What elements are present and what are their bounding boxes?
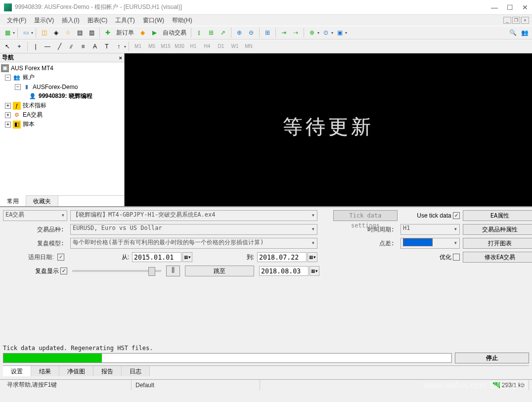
status-profile[interactable]: Default: [132, 380, 260, 390]
tester-tab-settings[interactable]: 设置: [3, 366, 31, 376]
tf-m30[interactable]: M30: [173, 42, 186, 51]
community-icon[interactable]: 👥: [519, 27, 530, 38]
nav-tab-favorites[interactable]: 收藏夹: [26, 196, 58, 206]
tree-user[interactable]: 👤99940839: 晓辉编程: [1, 91, 123, 101]
close-button[interactable]: ✕: [522, 3, 528, 11]
candle-chart-icon[interactable]: ⊞: [206, 27, 217, 38]
tile-icon[interactable]: ⊞: [262, 27, 273, 38]
ea-properties-button[interactable]: EA属性: [463, 210, 532, 221]
tester-type-select[interactable]: EA交易: [3, 210, 67, 221]
jump-date-picker-icon[interactable]: ▦▾: [310, 266, 319, 276]
text-label-icon[interactable]: A: [89, 41, 100, 52]
tree-indicators[interactable]: +ƒ技术指标: [1, 101, 123, 110]
chart-area[interactable]: 等待更新: [125, 53, 532, 206]
indicators-icon[interactable]: ⊕: [307, 27, 317, 38]
terminal-icon[interactable]: ▤: [74, 27, 85, 38]
navigator-icon[interactable]: ☆: [62, 27, 73, 38]
speed-slider[interactable]: [72, 270, 161, 272]
from-date-input[interactable]: [132, 252, 181, 262]
periods-icon[interactable]: ⊙: [320, 27, 331, 38]
strategy-tester-panel: EA交易 【晓辉编程】MT4-GBPJPY-H1-突破交易系统EA.ex4 Ti…: [0, 206, 532, 379]
menu-window[interactable]: 窗口(W): [139, 16, 168, 25]
tester-tab-report[interactable]: 报告: [93, 366, 122, 376]
line-chart-icon[interactable]: ⇗: [218, 27, 228, 38]
menu-file[interactable]: 文件(F): [3, 16, 30, 25]
tree-server[interactable]: −▮AUSForex-Demo: [1, 82, 123, 91]
metaeditor-icon[interactable]: ◆: [137, 27, 148, 38]
tick-data-settings-button[interactable]: Tick data settings: [333, 210, 398, 221]
navigator-close-icon[interactable]: ×: [119, 55, 122, 61]
equidistant-icon[interactable]: ⫽: [66, 41, 77, 52]
minimize-button[interactable]: —: [491, 3, 498, 11]
hline-icon[interactable]: —: [42, 41, 53, 52]
new-chart-icon[interactable]: ▦: [2, 27, 13, 38]
tf-m15[interactable]: M15: [159, 42, 172, 51]
zoom-in-icon[interactable]: ⊕: [234, 27, 245, 38]
vline-icon[interactable]: |: [30, 41, 41, 52]
optimize-checkbox[interactable]: [453, 254, 460, 261]
to-date-picker-icon[interactable]: ▦▾: [308, 252, 317, 262]
trendline-icon[interactable]: ╱: [54, 41, 65, 52]
market-watch-icon[interactable]: ◫: [39, 27, 49, 38]
tester-tab-results[interactable]: 结果: [31, 366, 59, 376]
menu-tools[interactable]: 工具(T): [111, 16, 138, 25]
shift-end-icon[interactable]: ⇥: [278, 27, 289, 38]
tester-tab-graph[interactable]: 净值图: [59, 366, 93, 376]
visual-mode-checkbox[interactable]: ✓: [60, 268, 67, 274]
tree-accounts[interactable]: −👥账户: [1, 73, 123, 82]
tf-m1[interactable]: M1: [132, 42, 144, 51]
open-chart-button[interactable]: 打开图表: [463, 238, 532, 249]
modify-ea-button[interactable]: 修改EA交易: [463, 252, 532, 263]
zoom-out-icon[interactable]: ⊖: [246, 27, 257, 38]
menu-insert[interactable]: 插入(I): [58, 16, 83, 25]
tf-h1[interactable]: H1: [187, 42, 200, 51]
spread-select[interactable]: [400, 238, 460, 249]
cursor-icon[interactable]: ↖: [2, 41, 13, 52]
tester-tab-journal[interactable]: 日志: [122, 366, 150, 376]
pause-button[interactable]: ||: [166, 266, 180, 276]
auto-trading-button[interactable]: 自动交易: [161, 29, 188, 37]
mdi-restore-button[interactable]: ❐: [512, 17, 520, 24]
bar-chart-icon[interactable]: ⫿: [194, 27, 205, 38]
tf-h4[interactable]: H4: [201, 42, 214, 51]
stop-button[interactable]: 停止: [455, 353, 529, 363]
data-window-icon[interactable]: ◈: [50, 27, 61, 38]
tester-icon[interactable]: ▥: [86, 27, 97, 38]
use-date-checkbox[interactable]: ✓: [57, 254, 64, 261]
to-date-input[interactable]: [257, 252, 307, 262]
symbol-select[interactable]: EURUSD, Euro vs US Dollar: [70, 224, 317, 235]
jump-date-input[interactable]: [259, 266, 309, 276]
new-order-button[interactable]: 新订单: [114, 29, 136, 37]
fibonacci-icon[interactable]: ≡: [78, 41, 89, 52]
maximize-button[interactable]: ☐: [507, 3, 513, 11]
arrows-icon[interactable]: ↑: [113, 41, 124, 52]
nav-tab-common[interactable]: 常用: [0, 195, 26, 206]
new-order-icon[interactable]: ✚: [102, 27, 113, 38]
tf-mn[interactable]: MN: [242, 42, 255, 51]
tester-ea-select[interactable]: 【晓辉编程】MT4-GBPJPY-H1-突破交易系统EA.ex4: [70, 210, 317, 221]
use-tick-data-checkbox[interactable]: ✓: [453, 212, 460, 219]
text-icon[interactable]: T: [101, 41, 112, 52]
profiles-icon[interactable]: ▭: [20, 27, 31, 38]
templates-icon[interactable]: ▣: [334, 27, 345, 38]
tf-d1[interactable]: D1: [215, 42, 227, 51]
period-select[interactable]: H1: [400, 224, 460, 235]
from-date-picker-icon[interactable]: ▦▾: [182, 252, 192, 262]
autotrade-icon[interactable]: ▶: [149, 27, 160, 38]
tree-ea[interactable]: +⚙EA交易: [1, 110, 123, 120]
crosshair-icon[interactable]: +: [14, 41, 25, 52]
search-icon[interactable]: 🔍: [507, 27, 518, 38]
auto-scroll-icon[interactable]: ⇢: [290, 27, 301, 38]
tf-w1[interactable]: W1: [228, 42, 241, 51]
model-select[interactable]: 每个即时价格(基于所有可利用的最小时段的每一个价格的分形插值计算): [70, 238, 317, 249]
menu-view[interactable]: 显示(V): [30, 16, 58, 25]
tf-m5[interactable]: M5: [145, 42, 158, 51]
tree-root[interactable]: ▣AUS Forex MT4: [1, 63, 123, 73]
jump-to-button[interactable]: 跳至: [185, 266, 254, 276]
symbol-properties-button[interactable]: 交易品种属性: [463, 224, 532, 235]
menu-help[interactable]: 帮助(H): [168, 16, 196, 25]
mdi-minimize-button[interactable]: _: [503, 17, 511, 24]
mdi-close-button[interactable]: ×: [521, 17, 529, 24]
tree-scripts[interactable]: +◧脚本: [1, 120, 123, 129]
menu-charts[interactable]: 图表(C): [84, 16, 112, 25]
